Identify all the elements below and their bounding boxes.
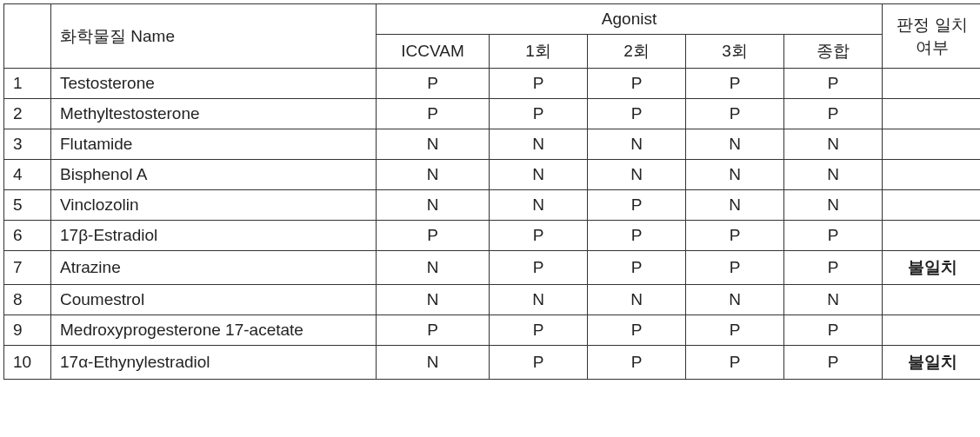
cell-iccvam: N [377, 285, 490, 315]
cell-num: 9 [4, 315, 51, 346]
cell-result: 불일치 [883, 251, 980, 285]
cell-t3: N [686, 129, 784, 160]
cell-t3: N [686, 190, 784, 221]
cell-name: Coumestrol [51, 285, 377, 315]
cell-name: Atrazine [51, 251, 377, 285]
cell-name: 17α-Ethynylestradiol [51, 346, 377, 380]
cell-name: Bisphenol A [51, 160, 377, 190]
cell-name: Vinclozolin [51, 190, 377, 221]
cell-num: 5 [4, 190, 51, 221]
header-chemical-name: 화학물질 Name [51, 4, 377, 69]
cell-num: 8 [4, 285, 51, 315]
header-agreement: 판정 일치여부 [883, 4, 980, 69]
table-row: 7 Atrazine N P P P P 불일치 [4, 251, 981, 285]
cell-num: 6 [4, 221, 51, 251]
cell-summary: P [784, 69, 883, 99]
header-trial2: 2회 [588, 35, 686, 69]
table-row: 1 Testosterone P P P P P [4, 69, 981, 99]
cell-summary: N [784, 129, 883, 160]
cell-iccvam: N [377, 190, 490, 221]
cell-t2: N [588, 160, 686, 190]
cell-result [883, 99, 980, 129]
cell-summary: P [784, 315, 883, 346]
cell-t3: N [686, 285, 784, 315]
chemical-agonist-table: 화학물질 Name Agonist 판정 일치여부 ICCVAM 1회 2회 3… [3, 3, 980, 380]
cell-result [883, 285, 980, 315]
cell-name: Methyltestosterone [51, 99, 377, 129]
table-row: 9 Medroxyprogesterone 17-acetate P P P P… [4, 315, 981, 346]
cell-t1: N [490, 190, 588, 221]
cell-t1: P [490, 221, 588, 251]
cell-summary: P [784, 346, 883, 380]
cell-summary: N [784, 190, 883, 221]
cell-t1: P [490, 251, 588, 285]
cell-iccvam: N [377, 251, 490, 285]
cell-t2: P [588, 346, 686, 380]
cell-t2: N [588, 129, 686, 160]
cell-t2: P [588, 221, 686, 251]
table-row: 6 17β-Estradiol P P P P P [4, 221, 981, 251]
cell-t3: P [686, 346, 784, 380]
cell-summary: N [784, 160, 883, 190]
cell-t3: N [686, 160, 784, 190]
header-num [4, 4, 51, 69]
cell-iccvam: N [377, 129, 490, 160]
cell-t2: P [588, 315, 686, 346]
table-row: 4 Bisphenol A N N N N N [4, 160, 981, 190]
cell-summary: P [784, 251, 883, 285]
cell-t3: P [686, 251, 784, 285]
cell-summary: P [784, 221, 883, 251]
cell-iccvam: P [377, 69, 490, 99]
cell-num: 4 [4, 160, 51, 190]
cell-num: 1 [4, 69, 51, 99]
cell-summary: N [784, 285, 883, 315]
cell-t1: N [490, 160, 588, 190]
header-trial1: 1회 [490, 35, 588, 69]
table-row: 8 Coumestrol N N N N N [4, 285, 981, 315]
cell-iccvam: N [377, 160, 490, 190]
cell-t2: P [588, 69, 686, 99]
cell-name: Medroxyprogesterone 17-acetate [51, 315, 377, 346]
cell-t3: P [686, 69, 784, 99]
cell-result [883, 190, 980, 221]
cell-name: 17β-Estradiol [51, 221, 377, 251]
cell-t3: P [686, 221, 784, 251]
table-row: 10 17α-Ethynylestradiol N P P P P 불일치 [4, 346, 981, 380]
cell-result [883, 69, 980, 99]
cell-result [883, 315, 980, 346]
table-row: 3 Flutamide N N N N N [4, 129, 981, 160]
table-body: 1 Testosterone P P P P P 2 Methyltestost… [4, 69, 981, 380]
cell-t1: P [490, 99, 588, 129]
header-trial3: 3회 [686, 35, 784, 69]
cell-t1: P [490, 315, 588, 346]
cell-result: 불일치 [883, 346, 980, 380]
cell-summary: P [784, 99, 883, 129]
table-row: 2 Methyltestosterone P P P P P [4, 99, 981, 129]
cell-t1: P [490, 69, 588, 99]
cell-t2: P [588, 99, 686, 129]
cell-result [883, 160, 980, 190]
cell-iccvam: P [377, 99, 490, 129]
cell-num: 10 [4, 346, 51, 380]
cell-t3: P [686, 99, 784, 129]
cell-iccvam: N [377, 346, 490, 380]
cell-num: 3 [4, 129, 51, 160]
cell-t3: P [686, 315, 784, 346]
header-agonist-group: Agonist [377, 4, 883, 35]
cell-iccvam: P [377, 221, 490, 251]
cell-num: 2 [4, 99, 51, 129]
cell-t2: N [588, 285, 686, 315]
cell-result [883, 221, 980, 251]
cell-t2: P [588, 190, 686, 221]
cell-name: Flutamide [51, 129, 377, 160]
header-summary: 종합 [784, 35, 883, 69]
cell-result [883, 129, 980, 160]
header-iccvam: ICCVAM [377, 35, 490, 69]
table-row: 5 Vinclozolin N N P N N [4, 190, 981, 221]
cell-name: Testosterone [51, 69, 377, 99]
cell-iccvam: P [377, 315, 490, 346]
cell-t2: P [588, 251, 686, 285]
header-row-1: 화학물질 Name Agonist 판정 일치여부 [4, 4, 981, 35]
cell-t1: N [490, 285, 588, 315]
cell-num: 7 [4, 251, 51, 285]
